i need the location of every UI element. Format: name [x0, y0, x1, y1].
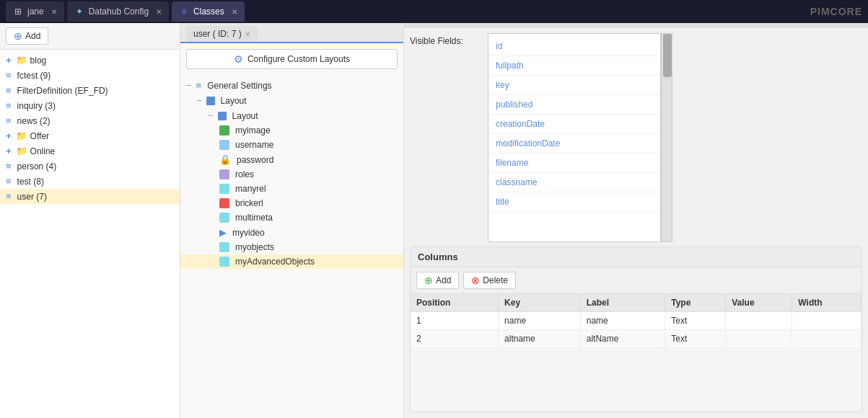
configure-icon: ⚙	[234, 53, 243, 65]
middle-panel: user ( ID: 7 ) ✕ ⚙ Configure Custom Layo…	[180, 23, 404, 418]
row1-value	[726, 312, 792, 330]
myobjects-icon	[219, 242, 229, 252]
sidebar-item-offer[interactable]: + 📁 Offer	[0, 128, 180, 143]
row2-position: 2	[411, 330, 499, 348]
tab-close-jane[interactable]: ✕	[51, 8, 57, 16]
field-published[interactable]: published	[488, 95, 660, 115]
tab-datahub-config[interactable]: ✦ Datahub Config ✕	[67, 1, 169, 22]
row1-width	[792, 312, 862, 330]
list-icon-news: ≡	[6, 115, 12, 126]
fields-listbox[interactable]: id fullpath key published creationDate m…	[488, 33, 661, 242]
collapse-layout2-icon: −	[208, 110, 214, 121]
right-content: Visible Fields: id fullpath key publishe…	[404, 27, 868, 418]
middle-tab-user[interactable]: user ( ID: 7 ) ✕	[186, 26, 258, 42]
columns-delete-button[interactable]: ⊗ Delete	[463, 272, 516, 289]
manyrel-icon	[219, 184, 229, 194]
sidebar-item-online[interactable]: + 📁 Online	[0, 143, 180, 159]
columns-table: Position Key Label Type Value Width	[411, 294, 862, 348]
field-fullpath[interactable]: fullpath	[488, 56, 660, 76]
columns-section: Columns ⊕ Add ⊗ Delete	[410, 246, 862, 412]
configure-layouts-button[interactable]: ⚙ Configure Custom Layouts	[186, 49, 398, 69]
tree-manyrel[interactable]: manyrel	[180, 182, 403, 196]
general-settings-icon: ≡	[196, 80, 202, 91]
tree-multimeta[interactable]: multimeta	[180, 210, 403, 225]
tab-jane[interactable]: ⊞ jane ✕	[6, 1, 64, 22]
field-filename[interactable]: filename	[488, 154, 660, 173]
left-sidebar: ⊕ Add + 📁 blog ≡ fctest (9) ≡ FilterDefi…	[0, 23, 180, 418]
add-circle-icon: ⊕	[424, 275, 433, 286]
middle-tree: − ≡ General Settings − Layout − Layout m…	[180, 75, 403, 418]
plus-icon: ⊕	[14, 30, 22, 42]
tree-general-settings[interactable]: − ≡ General Settings	[180, 78, 403, 93]
sidebar-item-news[interactable]: ≡ news (2)	[0, 113, 180, 128]
main-layout: ⊕ Add + 📁 blog ≡ fctest (9) ≡ FilterDefi…	[0, 23, 868, 418]
row1-position: 1	[411, 312, 499, 330]
add-button[interactable]: ⊕ Add	[6, 27, 48, 45]
sidebar-item-inquiry[interactable]: ≡ inquiry (3)	[0, 98, 180, 113]
tab-classes[interactable]: ≡ Classes ✕	[172, 1, 245, 22]
tree-layout-1[interactable]: − Layout	[180, 93, 403, 108]
list-icon-person: ≡	[6, 161, 12, 172]
expand-online-icon: +	[6, 146, 12, 156]
right-panel: Visible Fields: id fullpath key publishe…	[404, 23, 868, 418]
columns-toolbar: ⊕ Add ⊗ Delete	[411, 267, 862, 294]
folder-icon-online: 📁	[16, 146, 27, 156]
sidebar-item-fctest[interactable]: ≡ fctest (9)	[0, 68, 180, 83]
table-row[interactable]: 1 name name Text	[411, 312, 862, 330]
fields-scrollbar[interactable]	[661, 33, 672, 242]
expand-blog-icon: +	[6, 55, 12, 66]
visible-fields-label: Visible Fields:	[410, 33, 482, 46]
col-header-position: Position	[411, 294, 499, 312]
field-title[interactable]: title	[488, 192, 660, 212]
tree-myimage[interactable]: myimage	[180, 123, 403, 138]
folder-icon: 📁	[16, 55, 27, 66]
sidebar-item-filterdef[interactable]: ≡ FilterDefinition (EF_FD)	[0, 83, 180, 98]
middle-tab-label: user ( ID: 7 )	[193, 29, 242, 39]
delete-circle-icon: ⊗	[471, 275, 480, 286]
list-icon-user: ≡	[6, 191, 12, 202]
myvideo-icon: ▶	[219, 227, 227, 238]
layout1-icon	[206, 97, 215, 105]
columns-add-button[interactable]: ⊕ Add	[416, 272, 459, 289]
row2-key: altname	[499, 330, 581, 348]
table-row[interactable]: 2 altname altName Text	[411, 330, 862, 348]
grid-icon: ⊞	[13, 6, 23, 17]
folder-icon-offer: 📁	[16, 130, 27, 141]
row1-type: Text	[665, 312, 726, 330]
tab-close-classes[interactable]: ✕	[232, 8, 237, 16]
pimcore-logo: PIMCORE	[810, 6, 862, 17]
tree-roles[interactable]: roles	[180, 167, 403, 182]
row2-label: altName	[580, 330, 665, 348]
field-modificationdate[interactable]: modificationDate	[488, 134, 660, 154]
tree-myadvancedobjects[interactable]: myAdvancedObjects	[180, 254, 403, 269]
sidebar-item-person[interactable]: ≡ person (4)	[0, 159, 180, 174]
sidebar-item-test[interactable]: ≡ test (8)	[0, 174, 180, 189]
myimage-icon	[219, 125, 229, 135]
layout2-icon	[218, 112, 227, 120]
columns-header: Columns	[411, 247, 862, 267]
sidebar-item-blog[interactable]: + 📁 blog	[0, 53, 180, 68]
tree-brickerl[interactable]: brickerl	[180, 196, 403, 210]
row2-value	[726, 330, 792, 348]
roles-icon	[219, 169, 229, 179]
myadvobj-icon	[219, 257, 229, 267]
tree-password[interactable]: 🔒 password	[180, 152, 403, 167]
scrollbar-thumb	[663, 34, 672, 77]
sidebar-toolbar: ⊕ Add	[0, 23, 180, 50]
middle-tab-close[interactable]: ✕	[245, 30, 250, 38]
field-classname[interactable]: classname	[488, 173, 660, 192]
row1-key: name	[499, 312, 581, 330]
row2-type: Text	[665, 330, 726, 348]
sidebar-item-user[interactable]: ≡ user (7)	[0, 189, 180, 204]
field-id[interactable]: id	[488, 37, 660, 56]
tree-myobjects[interactable]: myobjects	[180, 240, 403, 254]
field-creationdate[interactable]: creationDate	[488, 115, 660, 134]
classes-icon: ≡	[179, 6, 189, 17]
tree-username[interactable]: username	[180, 138, 403, 152]
col-header-width: Width	[792, 294, 862, 312]
tree-myvideo[interactable]: ▶ myvideo	[180, 225, 403, 240]
tree-layout-2[interactable]: − Layout	[180, 108, 403, 123]
list-icon-inquiry: ≡	[6, 100, 12, 111]
tab-close-datahub[interactable]: ✕	[156, 8, 162, 16]
field-key[interactable]: key	[488, 76, 660, 95]
